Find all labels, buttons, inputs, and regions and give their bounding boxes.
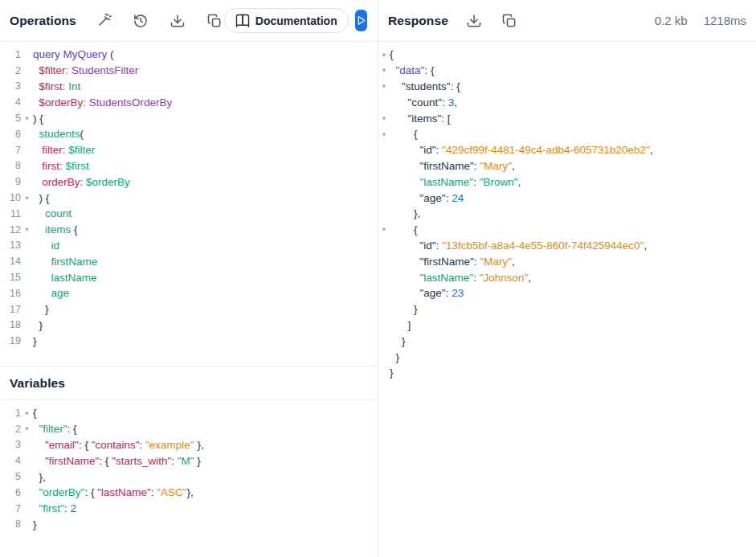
code-line: } <box>378 301 756 317</box>
code-line: ▾ { <box>378 126 756 142</box>
code-text: age <box>33 287 69 299</box>
fold-toggle-icon[interactable]: ▾ <box>378 51 390 59</box>
fold-toggle-icon[interactable]: ▾ <box>378 131 390 138</box>
code-line: 8 first: $first <box>0 158 378 174</box>
documentation-label: Documentation <box>255 14 337 27</box>
code-text: id <box>33 240 59 252</box>
download-icon <box>170 13 186 29</box>
fold-toggle-icon[interactable]: ▾ <box>21 115 33 122</box>
code-line: ▾ { <box>378 222 756 238</box>
prettify-button[interactable] <box>94 11 113 31</box>
line-number: 1 <box>0 49 21 60</box>
line-number: 13 <box>0 240 21 251</box>
line-number: 17 <box>0 304 21 315</box>
play-icon <box>355 14 367 27</box>
code-line: 3 "email": { "contains": "example" }, <box>0 437 378 453</box>
code-text: "lastName": "Johnson", <box>390 272 531 284</box>
code-text: "age": 23 <box>390 287 464 299</box>
documentation-button[interactable]: Documentation <box>224 8 349 33</box>
code-line: "age": 23 <box>378 285 756 301</box>
code-line: "lastName": "Brown", <box>378 174 756 190</box>
code-line: 11 count <box>0 206 378 222</box>
line-number: 3 <box>0 80 21 92</box>
code-line: }, <box>378 206 756 222</box>
code-line: 5▾) { <box>0 110 378 126</box>
code-line: ] <box>378 317 756 334</box>
code-text: { <box>390 223 418 235</box>
operations-editor[interactable]: 1query MyQuery (2 $filter: StudentsFilte… <box>0 42 378 366</box>
code-line: 10▾ ) { <box>0 190 378 206</box>
code-line: ▾ "students": { <box>378 79 756 95</box>
code-line: 17 } <box>0 301 378 317</box>
code-line: "lastName": "Johnson", <box>378 269 756 285</box>
download-icon <box>466 13 482 29</box>
code-line: 7 "first": 2 <box>0 501 378 517</box>
line-number: 8 <box>0 160 21 171</box>
code-text: first: $first <box>33 160 89 172</box>
code-text: "firstName": "Mary", <box>390 160 515 172</box>
response-header: Response <box>378 0 756 42</box>
code-line: 1▾{ <box>0 405 378 421</box>
code-line: } <box>378 365 756 381</box>
response-panel: Response <box>378 0 756 557</box>
code-text: } <box>33 319 43 331</box>
fold-toggle-icon[interactable]: ▾ <box>21 425 33 432</box>
code-line: 4 "firstName": { "starts_with": "M" } <box>0 453 378 469</box>
fold-toggle-icon[interactable]: ▾ <box>21 226 33 233</box>
code-line: } <box>378 333 756 349</box>
fold-toggle-icon[interactable]: ▾ <box>21 195 33 202</box>
response-viewer[interactable]: ▾{▾ "data": {▾ "students": { "count": 3,… <box>378 42 756 557</box>
copy-operations-button[interactable] <box>205 11 224 31</box>
code-text: $orderBy: StudentsOrderBy <box>33 96 172 109</box>
code-text: $filter: StudentsFilter <box>33 64 138 76</box>
code-line: 12▾ items { <box>0 222 378 238</box>
magic-wand-icon <box>96 13 112 29</box>
code-text: } <box>390 367 394 379</box>
fold-toggle-icon[interactable]: ▾ <box>21 410 33 417</box>
history-icon <box>133 13 149 29</box>
code-text: "age": 24 <box>390 192 464 204</box>
download-response-button[interactable] <box>464 11 484 31</box>
line-number: 9 <box>0 176 21 187</box>
code-line: "id": "429cf99f-4481-49c4-adb4-605731b20… <box>378 142 756 158</box>
code-text: } <box>33 303 49 315</box>
code-text: { <box>390 128 418 140</box>
code-text: query MyQuery ( <box>33 48 114 60</box>
history-button[interactable] <box>131 11 150 31</box>
copy-icon <box>501 13 517 29</box>
line-number: 18 <box>0 319 21 330</box>
code-line: ▾{ <box>378 47 756 63</box>
line-number: 16 <box>0 288 21 299</box>
run-query-button[interactable] <box>355 10 367 31</box>
fold-toggle-icon[interactable]: ▾ <box>378 115 390 122</box>
line-number: 4 <box>0 96 21 108</box>
fold-toggle-icon[interactable]: ▾ <box>378 67 390 74</box>
code-line: 16 age <box>0 285 378 301</box>
code-text: count <box>33 207 72 219</box>
copy-response-button[interactable] <box>500 11 519 31</box>
line-number: 4 <box>0 455 21 466</box>
code-text: "firstName": { "starts_with": "M" } <box>33 455 201 467</box>
code-text: orderBy: $orderBy <box>33 176 130 188</box>
code-line: 3 $first: Int <box>0 79 378 95</box>
code-text: "orderBy": { "lastName": "ASC"}, <box>33 486 194 498</box>
line-number: 6 <box>0 129 21 140</box>
fold-toggle-icon[interactable]: ▾ <box>378 226 390 233</box>
code-text: ) { <box>33 192 49 204</box>
code-line: 14 firstName <box>0 253 378 269</box>
code-text: "items": [ <box>390 113 451 125</box>
code-line: ▾ "items": [ <box>378 110 756 126</box>
operations-header: Operations <box>0 0 378 42</box>
download-operations-button[interactable] <box>168 11 187 31</box>
code-line: "age": 24 <box>378 190 756 206</box>
response-size: 0.2 kb <box>655 14 688 27</box>
line-number: 14 <box>0 256 21 267</box>
fold-toggle-icon[interactable]: ▾ <box>378 83 390 90</box>
variables-editor[interactable]: 1▾{2▾ "filter": {3 "email": { "contains"… <box>0 400 378 557</box>
code-text: filter: $filter <box>33 144 95 156</box>
line-number: 8 <box>0 518 21 530</box>
code-line: 7 filter: $filter <box>0 142 378 158</box>
code-line: ▾ "data": { <box>378 63 756 79</box>
code-text: students( <box>33 128 84 140</box>
code-line: "firstName": "Mary", <box>378 158 756 174</box>
